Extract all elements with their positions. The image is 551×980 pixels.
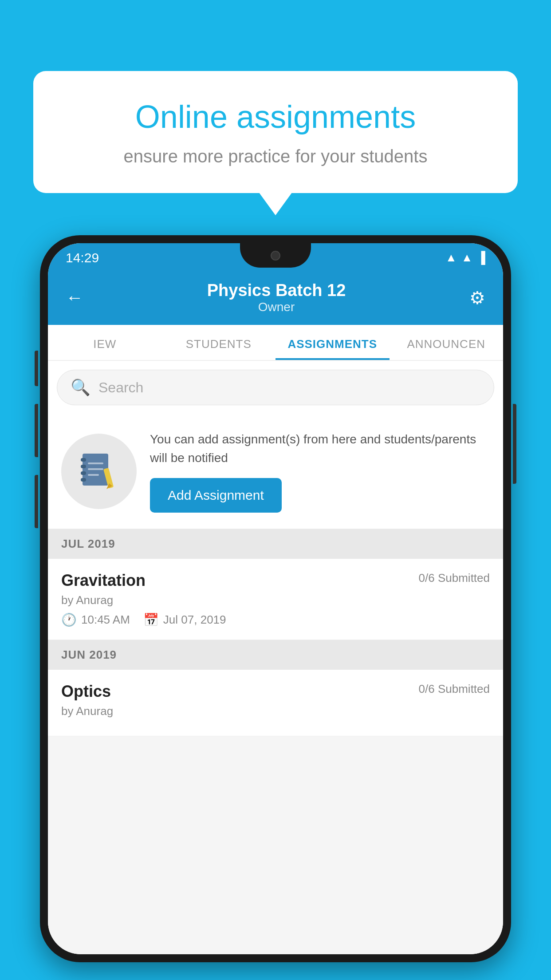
side-button-vol-up	[35, 404, 38, 457]
assignment-author-gravitation: by Anurag	[61, 593, 490, 607]
phone-screen: 14:29 ▲ ▲ ▐ ← Physics Batch 12 Owner ⚙	[48, 243, 503, 954]
assignment-date: 📅 Jul 07, 2019	[143, 612, 226, 627]
svg-rect-5	[88, 462, 103, 464]
svg-rect-2	[81, 465, 86, 468]
header-title: Physics Batch 12	[207, 281, 346, 300]
promo-card: You can add assignment(s) from here and …	[48, 414, 503, 529]
tab-students[interactable]: STUDENTS	[162, 325, 276, 360]
side-button-mute	[35, 351, 38, 386]
content-area: 🔍 Search	[48, 361, 503, 954]
svg-rect-3	[81, 471, 86, 475]
tab-announcements[interactable]: ANNOUNCEN	[390, 325, 504, 360]
assignment-item-gravitation[interactable]: Gravitation 0/6 Submitted by Anurag 🕐 10…	[48, 559, 503, 640]
app-header: ← Physics Batch 12 Owner ⚙	[48, 272, 503, 325]
speech-bubble-container: Online assignments ensure more practice …	[33, 71, 518, 193]
header-title-block: Physics Batch 12 Owner	[207, 281, 346, 314]
assignment-submitted-optics: 0/6 Submitted	[419, 682, 490, 696]
wifi-icon: ▲	[445, 251, 457, 265]
promo-text-block: You can add assignment(s) from here and …	[150, 430, 490, 513]
assignment-name-optics: Optics	[61, 682, 111, 701]
notebook-icon	[79, 451, 119, 491]
assignment-name-gravitation: Gravitation	[61, 571, 146, 590]
tab-iew[interactable]: IEW	[48, 325, 162, 360]
search-bar[interactable]: 🔍 Search	[57, 370, 494, 405]
status-icons: ▲ ▲ ▐	[445, 251, 485, 265]
svg-rect-4	[81, 478, 86, 482]
battery-icon: ▐	[477, 251, 485, 265]
status-time: 14:29	[66, 250, 99, 265]
status-bar: 14:29 ▲ ▲ ▐	[48, 243, 503, 272]
assignment-meta-gravitation: 🕐 10:45 AM 📅 Jul 07, 2019	[61, 612, 490, 627]
camera-dot	[271, 251, 280, 261]
side-button-vol-down	[35, 475, 38, 528]
tabs-bar: IEW STUDENTS ASSIGNMENTS ANNOUNCEN	[48, 325, 503, 361]
promo-description: You can add assignment(s) from here and …	[150, 430, 490, 467]
back-button[interactable]: ←	[66, 288, 83, 308]
svg-rect-1	[81, 458, 86, 462]
svg-rect-7	[88, 474, 99, 476]
side-button-power	[513, 404, 516, 484]
signal-icon: ▲	[461, 251, 473, 265]
tab-assignments[interactable]: ASSIGNMENTS	[276, 325, 390, 360]
assignment-time-value: 10:45 AM	[81, 613, 130, 627]
section-header-jun: JUN 2019	[48, 640, 503, 670]
search-placeholder: Search	[98, 379, 143, 396]
speech-bubble-title: Online assignments	[64, 98, 487, 136]
assignment-date-value: Jul 07, 2019	[163, 613, 226, 627]
assignment-author-optics: by Anurag	[61, 704, 490, 718]
svg-rect-6	[88, 468, 103, 470]
section-header-jul: JUL 2019	[48, 529, 503, 559]
assignment-submitted-gravitation: 0/6 Submitted	[419, 571, 490, 585]
assignment-time: 🕐 10:45 AM	[61, 612, 130, 627]
search-container: 🔍 Search	[48, 361, 503, 414]
speech-bubble-subtitle: ensure more practice for your students	[64, 146, 487, 166]
phone-frame: 14:29 ▲ ▲ ▐ ← Physics Batch 12 Owner ⚙	[40, 235, 511, 962]
header-subtitle: Owner	[207, 300, 346, 314]
assignment-item-optics[interactable]: Optics 0/6 Submitted by Anurag	[48, 670, 503, 736]
add-assignment-button[interactable]: Add Assignment	[150, 478, 282, 513]
notch	[240, 243, 311, 268]
clock-icon: 🕐	[61, 612, 77, 627]
promo-icon-circle	[61, 434, 137, 509]
settings-icon[interactable]: ⚙	[469, 288, 485, 308]
speech-bubble: Online assignments ensure more practice …	[33, 71, 518, 193]
calendar-icon: 📅	[143, 612, 159, 627]
search-icon: 🔍	[71, 378, 91, 397]
